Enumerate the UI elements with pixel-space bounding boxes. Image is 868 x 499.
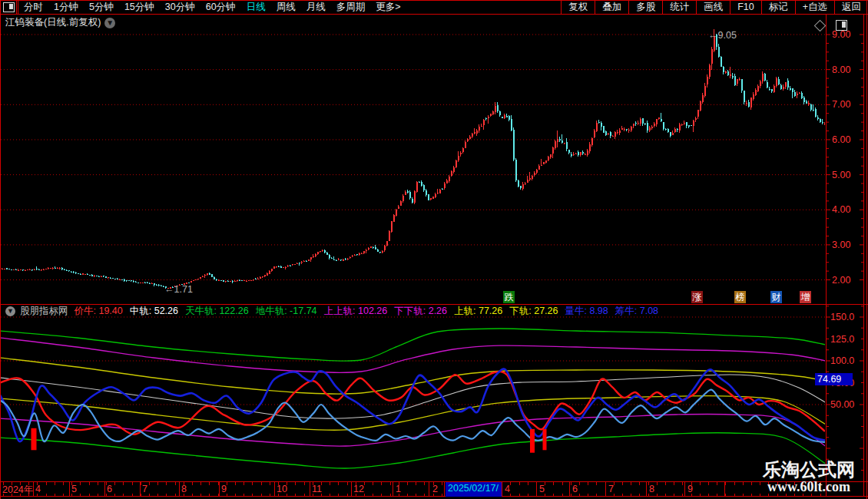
indicator-field-下下轨: 下下轨: 2.26 bbox=[394, 306, 447, 316]
menu-item-30分钟[interactable]: 30分钟 bbox=[160, 2, 200, 12]
price-axis-label: 9.00 bbox=[832, 29, 850, 40]
band-lower-line bbox=[0, 396, 826, 431]
axis-separator bbox=[646, 482, 647, 497]
menu-item-分时[interactable]: 分时 bbox=[18, 2, 48, 12]
indicator-lines bbox=[0, 329, 826, 468]
indicator-field-地牛轨: 地牛轨: -17.74 bbox=[256, 306, 317, 316]
menu-item-1分钟[interactable]: 1分钟 bbox=[48, 2, 84, 12]
axis-separator bbox=[69, 482, 70, 497]
chevron-down-icon[interactable]: ▼ bbox=[5, 306, 15, 316]
frame-lines bbox=[0, 0, 868, 499]
axis-separator bbox=[219, 482, 220, 497]
month-label-9: 9 bbox=[221, 484, 227, 494]
axis-separator bbox=[310, 482, 310, 497]
indicator-field-上轨: 上轨: 77.26 bbox=[454, 306, 502, 316]
jianiu-line bbox=[0, 372, 825, 435]
toolbar: 分时1分钟5分钟15分钟30分钟60分钟日线周线月线多周期更多> 复权叠加多股统… bbox=[0, 0, 868, 15]
axis-separator bbox=[502, 482, 502, 497]
menu-item-返回[interactable]: 返回 bbox=[834, 0, 868, 15]
indicator-name[interactable]: 股朋指标网 bbox=[20, 306, 68, 317]
month-label-6: 6 bbox=[572, 484, 578, 494]
month-label-1: 1 bbox=[396, 484, 401, 494]
month-label-8: 8 bbox=[181, 484, 187, 494]
month-label-9: 9 bbox=[687, 484, 693, 494]
menu-item-更多>[interactable]: 更多> bbox=[370, 2, 406, 12]
axis-separator bbox=[605, 482, 606, 497]
price-annotation: ←1.71 bbox=[164, 284, 193, 295]
main-gridlines: 9.008.007.006.005.004.003.002.00 bbox=[1, 29, 864, 286]
month-label-7: 7 bbox=[142, 484, 147, 494]
price-axis-label: 8.00 bbox=[832, 64, 850, 75]
axis-separator bbox=[536, 482, 537, 497]
indicator-field-下轨: 下轨: 27.26 bbox=[509, 306, 558, 316]
axis-separator bbox=[569, 482, 570, 497]
month-label-11: 11 bbox=[312, 484, 322, 494]
indicator-axis-label: 50.00 bbox=[830, 399, 854, 410]
tag-badge-财[interactable]: 财 bbox=[770, 291, 782, 303]
indicator-axis-label: 150.0 bbox=[830, 312, 854, 322]
date-axis[interactable]: 2024年456789101112122025/02/17/—456789 bbox=[0, 482, 868, 497]
axis-separator bbox=[351, 482, 352, 497]
watermark-url: www.60lt.com bbox=[759, 480, 859, 494]
layout-icon[interactable] bbox=[3, 2, 15, 12]
period-menu: 分时1分钟5分钟15分钟30分钟60分钟日线周线月线多周期更多> bbox=[18, 1, 406, 14]
menu-item-多周期[interactable]: 多周期 bbox=[331, 2, 371, 12]
chart-title: 江钨装备(日线.前复权) bbox=[5, 16, 101, 29]
watermark-site-name: 乐淘公式网 bbox=[759, 460, 859, 480]
month-label-6: 6 bbox=[107, 484, 112, 494]
axis-separator bbox=[33, 482, 34, 497]
tag-badge-榜[interactable]: 榜 bbox=[734, 291, 746, 303]
menu-item-统计[interactable]: 统计 bbox=[662, 0, 696, 15]
menu-item-复权[interactable]: 复权 bbox=[561, 0, 595, 15]
chevron-down-icon[interactable]: ▼ bbox=[104, 18, 115, 28]
menu-item-5分钟[interactable]: 5分钟 bbox=[84, 2, 119, 12]
chart-canvas: 9.008.007.006.005.004.003.002.00←9.05←1.… bbox=[0, 0, 868, 499]
menu-item-月线[interactable]: 月线 bbox=[301, 2, 331, 12]
menu-item-日线[interactable]: 日线 bbox=[241, 2, 271, 12]
axis-separator bbox=[179, 482, 180, 497]
split-pane-icon[interactable] bbox=[836, 20, 847, 31]
chart-title-row: 江钨装备(日线.前复权) ▼ bbox=[5, 16, 115, 29]
price-axis-label: 4.00 bbox=[832, 204, 850, 215]
indicator-field-上上轨: 上上轨: 102.26 bbox=[324, 306, 388, 316]
price-axis-label: 6.00 bbox=[832, 134, 850, 145]
indicator-field-价牛: 价牛: 19.40 bbox=[75, 306, 123, 316]
trading-app-window: 分时1分钟5分钟15分钟30分钟60分钟日线周线月线多周期更多> 复权叠加多股统… bbox=[0, 0, 868, 499]
price-axis-label: 3.00 bbox=[832, 240, 850, 250]
axis-separator bbox=[104, 482, 105, 497]
menu-item-15分钟[interactable]: 15分钟 bbox=[119, 2, 160, 12]
price-axis-label: 7.00 bbox=[832, 99, 850, 110]
indicator-axis-label: 100.0 bbox=[830, 355, 854, 366]
indicator-field-筹牛: 筹牛: 7.08 bbox=[615, 306, 658, 316]
chouniu-line bbox=[0, 390, 825, 442]
month-label-2024年: 2024年 bbox=[2, 484, 33, 497]
indicator-field-量牛: 量牛: 8.98 bbox=[565, 306, 608, 316]
indicator-field-中轨: 中轨: 52.26 bbox=[130, 306, 178, 316]
menu-item-多股[interactable]: 多股 bbox=[628, 0, 662, 15]
month-label-8: 8 bbox=[649, 484, 654, 494]
selected-date-label: 2025/02/17/— bbox=[446, 482, 502, 497]
menu-item-画线[interactable]: 画线 bbox=[696, 0, 730, 15]
menu-item-60分钟[interactable]: 60分钟 bbox=[200, 2, 241, 12]
month-label-12: 12 bbox=[353, 484, 364, 494]
band-tianniu-line bbox=[0, 329, 826, 361]
menu-item-叠加[interactable]: 叠加 bbox=[595, 0, 628, 15]
menu-item-F10[interactable]: F10 bbox=[730, 0, 761, 15]
month-label-10: 10 bbox=[277, 484, 287, 494]
menu-item-+自选[interactable]: +自选 bbox=[795, 0, 834, 15]
tag-badge-跌[interactable]: 跌 bbox=[503, 291, 515, 303]
indicator-field-天牛轨: 天牛轨: 122.26 bbox=[185, 306, 249, 316]
tools-menu: 复权叠加多股统计画线F10标记+自选返回 bbox=[561, 0, 868, 15]
candlestick-series bbox=[2, 29, 826, 289]
indicator-values: 价牛: 19.40中轨: 52.26天牛轨: 122.26地牛轨: -17.74… bbox=[75, 306, 666, 317]
axis-separator bbox=[274, 482, 275, 497]
menu-item-周线[interactable]: 周线 bbox=[271, 2, 301, 12]
indicator-gridlines: 150.0125.0100.075.0050.00 bbox=[1, 306, 864, 471]
axis-separator bbox=[140, 482, 141, 497]
axis-separator bbox=[429, 482, 429, 497]
tag-badge-涨[interactable]: 涨 bbox=[691, 291, 703, 303]
menu-item-标记[interactable]: 标记 bbox=[761, 0, 795, 15]
month-label-4: 4 bbox=[35, 484, 41, 494]
tag-badge-增[interactable]: 增 bbox=[800, 291, 811, 303]
price-axis-label: 5.00 bbox=[832, 170, 850, 180]
